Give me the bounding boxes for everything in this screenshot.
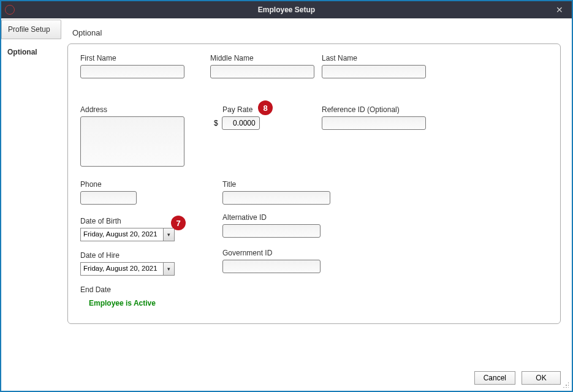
title-label: Title bbox=[222, 180, 330, 189]
alternative-id-input[interactable] bbox=[222, 224, 321, 238]
cancel-button[interactable]: Cancel bbox=[474, 371, 515, 385]
annotation-8: 8 bbox=[258, 100, 273, 115]
alternative-id-label: Alternative ID bbox=[222, 213, 321, 222]
sidebar: Profile Setup Optional bbox=[1, 18, 61, 365]
doh-dropdown-button[interactable]: ▾ bbox=[164, 262, 175, 276]
dob-dropdown-button[interactable]: ▾ bbox=[164, 228, 175, 241]
close-icon[interactable]: ✕ bbox=[553, 4, 566, 16]
government-id-label: Government ID bbox=[222, 249, 321, 257]
first-name-input[interactable] bbox=[80, 65, 184, 78]
doh-label: Date of Hire bbox=[80, 251, 175, 260]
section-title: Optional bbox=[72, 28, 561, 37]
reference-id-input[interactable] bbox=[322, 116, 426, 130]
doh-picker[interactable]: Friday, August 20, 2021 ▾ bbox=[80, 262, 175, 276]
optional-fieldset: First Name Middle Name Last Name Address bbox=[67, 43, 561, 324]
employee-active-status: Employee is Active bbox=[89, 299, 156, 307]
annotation-7: 7 bbox=[171, 216, 186, 230]
footer: Cancel OK bbox=[1, 365, 572, 391]
address-input[interactable] bbox=[80, 116, 184, 167]
address-label: Address bbox=[80, 105, 184, 114]
phone-input[interactable] bbox=[80, 191, 137, 205]
tab-optional[interactable]: Optional bbox=[1, 39, 61, 61]
ok-button[interactable]: OK bbox=[522, 371, 561, 385]
doh-value[interactable]: Friday, August 20, 2021 bbox=[80, 262, 164, 276]
currency-symbol: $ bbox=[214, 119, 218, 127]
dob-label: Date of Birth bbox=[80, 217, 175, 225]
tab-profile-setup[interactable]: Profile Setup bbox=[1, 20, 61, 39]
end-date-label: End Date bbox=[80, 285, 156, 294]
dob-picker[interactable]: Friday, August 20, 2021 ▾ bbox=[80, 228, 175, 241]
titlebar: Employee Setup ✕ bbox=[1, 1, 572, 18]
resize-grip-icon bbox=[563, 382, 570, 389]
chevron-down-icon: ▾ bbox=[167, 232, 170, 238]
last-name-label: Last Name bbox=[322, 54, 426, 62]
first-name-label: First Name bbox=[80, 54, 184, 62]
content-area: Optional First Name Middle Name Last Nam… bbox=[61, 18, 572, 365]
phone-label: Phone bbox=[80, 180, 137, 189]
middle-name-label: Middle Name bbox=[210, 54, 314, 62]
pay-rate-input[interactable] bbox=[222, 116, 260, 130]
title-input[interactable] bbox=[222, 191, 330, 205]
chevron-down-icon: ▾ bbox=[167, 266, 170, 272]
window-title: Employee Setup bbox=[1, 6, 572, 14]
middle-name-input[interactable] bbox=[210, 65, 314, 78]
pay-rate-label: Pay Rate bbox=[222, 105, 260, 114]
last-name-input[interactable] bbox=[322, 65, 426, 78]
government-id-input[interactable] bbox=[222, 260, 321, 273]
reference-id-label: Reference ID (Optional) bbox=[322, 105, 426, 114]
dob-value[interactable]: Friday, August 20, 2021 bbox=[80, 228, 164, 241]
employee-setup-window: Employee Setup ✕ Profile Setup Optional … bbox=[0, 0, 573, 392]
